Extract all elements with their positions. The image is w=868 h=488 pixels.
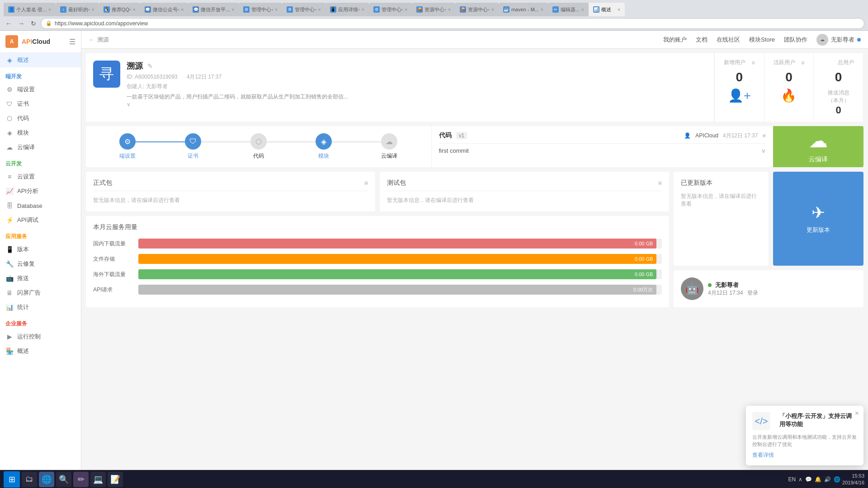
taskbar-notepad[interactable]: 📝 bbox=[108, 472, 123, 487]
sidebar-label-端设置: 端设置 bbox=[17, 85, 35, 94]
sidebar-item-闪屏广告[interactable]: 🖥 闪屏广告 bbox=[0, 286, 81, 300]
nav-account[interactable]: 我的账户 bbox=[663, 36, 687, 44]
total-users-value: 0 bbox=[823, 70, 854, 84]
sidebar-label-版本: 版本 bbox=[17, 245, 29, 253]
browser-tab-5[interactable]: ⚙管理中心◦× bbox=[239, 3, 282, 16]
activity-username: 无影尊者 bbox=[715, 281, 739, 289]
cloud-compile-button[interactable]: ☁ 云编译 bbox=[773, 126, 863, 167]
back-button[interactable]: ← bbox=[4, 19, 14, 28]
nav-store[interactable]: 模块Store bbox=[749, 36, 775, 44]
official-pkg-menu[interactable]: ≡ bbox=[364, 179, 368, 187]
app-store-icon: 🏪 bbox=[5, 347, 14, 355]
sidebar-label-api分析: API分析 bbox=[17, 187, 38, 195]
network-icon[interactable]: 🌐 bbox=[834, 476, 840, 483]
browser-tab-1[interactable]: ♪最好听的◦× bbox=[56, 3, 99, 16]
browser-tab-13[interactable]: 📊概述× bbox=[589, 3, 625, 16]
sidebar-item-模块[interactable]: ◈ 模块 bbox=[0, 126, 81, 140]
update-version-button[interactable]: ✈ 更新版本 bbox=[773, 172, 863, 266]
sidebar-item-api调试[interactable]: ⚡ API调试 bbox=[0, 213, 81, 227]
official-pkg-empty: 暂无版本信息，请在编译后进行查看 bbox=[93, 197, 368, 204]
sidebar-item-云设置[interactable]: ≡ 云设置 bbox=[0, 169, 81, 184]
official-pkg-card: 正式包 ≡ 暂无版本信息，请在编译后进行查看 bbox=[86, 172, 375, 211]
start-button[interactable]: ⊞ bbox=[4, 471, 20, 488]
app-info-card: 寻 溯源 ✎ ID: A6000516319093 4月12日 17:37 bbox=[86, 53, 863, 122]
step-circle-代码: ⬡ bbox=[250, 133, 267, 150]
expand-desc-button[interactable]: ∨ bbox=[127, 101, 131, 108]
expand-tray-icon[interactable]: ∧ bbox=[798, 476, 802, 483]
url-text: https://www.apicloud.com/appoverview bbox=[55, 20, 859, 27]
tabs-container: 👤个人签名·登...×♪最好听的◦×🐧推荐QQ◦×💬微信公众号◦×💬微信开放平.… bbox=[4, 0, 864, 16]
update-icon: ✈ bbox=[811, 203, 825, 222]
test-pkg-empty: 暂无版本信息，请在编译后进行查看 bbox=[387, 197, 662, 204]
sidebar-label-证书: 证书 bbox=[17, 100, 29, 108]
version-updated-empty: 暂无版本信息，请在编译后进行查看 bbox=[681, 192, 761, 208]
sidebar-item-运行控制[interactable]: ▶ 运行控制 bbox=[0, 329, 81, 344]
sidebar-item-云修复[interactable]: 🔧 云修复 bbox=[0, 257, 81, 271]
sidebar-label-统计: 统计 bbox=[17, 303, 29, 311]
update-label: 更新版本 bbox=[807, 226, 830, 234]
sidebar-item-证书[interactable]: 🛡 证书 bbox=[0, 97, 81, 111]
sidebar-item-database[interactable]: 🗄 Database bbox=[0, 198, 81, 213]
taskbar-editor[interactable]: ✏ bbox=[73, 472, 89, 487]
taskbar-code[interactable]: 💻 bbox=[90, 472, 106, 487]
sidebar-item-api分析[interactable]: 📈 API分析 bbox=[0, 184, 81, 198]
code-menu-icon[interactable]: ≡ bbox=[762, 132, 766, 139]
browser-tab-4[interactable]: 💬微信开放平...× bbox=[188, 3, 239, 16]
sidebar-label-云设置: 云设置 bbox=[17, 173, 35, 181]
browser-tab-6[interactable]: ⚙管理中心◦× bbox=[282, 3, 326, 16]
browser-tab-2[interactable]: 🐧推荐QQ◦× bbox=[99, 3, 140, 16]
stat-menu-icon[interactable]: ≡ bbox=[752, 60, 755, 66]
volume-icon[interactable]: 🔊 bbox=[824, 476, 831, 483]
sidebar-item-统计[interactable]: 📊 统计 bbox=[0, 300, 81, 314]
step-label-代码: 代码 bbox=[253, 152, 264, 160]
step-label-云编译: 云编译 bbox=[381, 152, 397, 160]
forward-button[interactable]: → bbox=[16, 19, 26, 28]
expand-commit-icon[interactable]: ∨ bbox=[761, 147, 766, 154]
sidebar-item-app-store[interactable]: 🏪 概述 bbox=[0, 344, 81, 358]
sidebar-item-代码[interactable]: ⬡ 代码 bbox=[0, 111, 81, 126]
refresh-button[interactable]: ↻ bbox=[29, 19, 38, 28]
browser-tab-12[interactable]: ✏编辑器...× bbox=[548, 3, 589, 16]
version-row: 已更新版本 暂无版本信息，请在编译后进行查看 ✈ 更新版本 bbox=[674, 172, 863, 266]
section-title-端开发: 端开发 bbox=[0, 69, 81, 82]
notification-close-button[interactable]: × bbox=[855, 409, 859, 418]
url-bar[interactable]: 🔒 https://www.apicloud.com/appoverview bbox=[41, 18, 864, 29]
sidebar-item-版本[interactable]: 📱 版本 bbox=[0, 242, 81, 257]
sidebar-item-云编译[interactable]: ☁ 云编译 bbox=[0, 140, 81, 155]
stat-total: 总用户 0 推送消息（本月） 0 bbox=[813, 53, 863, 122]
taskbar-browser[interactable]: 🌐 bbox=[39, 472, 54, 487]
browser-tab-0[interactable]: 👤个人签名·登...× bbox=[4, 3, 56, 16]
browser-tab-10[interactable]: 📦资源中心◦× bbox=[455, 3, 499, 16]
test-pkg-menu[interactable]: ≡ bbox=[658, 179, 662, 187]
topnav: ← 溯源 我的账户 文档 在线社区 模块Store 团队协作 ☁ 无影尊者 bbox=[81, 31, 868, 49]
browser-tab-8[interactable]: ⚙管理中心◦× bbox=[369, 3, 412, 16]
browser-tab-3[interactable]: 💬微信公众号◦× bbox=[140, 3, 189, 16]
browser-tab-7[interactable]: 📱应用详情◦× bbox=[326, 3, 369, 16]
hamburger-icon[interactable]: ☰ bbox=[69, 38, 75, 46]
user-menu[interactable]: ☁ 无影尊者 bbox=[816, 34, 861, 46]
nav-teamwork[interactable]: 团队协作 bbox=[784, 36, 807, 44]
cloud-compile-label: 云编译 bbox=[809, 155, 828, 164]
browser-tab-9[interactable]: 📦资源中心◦× bbox=[412, 3, 455, 16]
chat-tray-icon: 💬 bbox=[805, 476, 812, 483]
sidebar-item-推送[interactable]: 📺 推送 bbox=[0, 271, 81, 286]
cloud-settings-icon: ≡ bbox=[5, 173, 14, 181]
systray: EN ∧ 💬 🔔 🔊 🌐 bbox=[788, 476, 840, 483]
bottom-section: 正式包 ≡ 暂无版本信息，请在编译后进行查看 测试包 ≡ 暂无版本信息，请在编译 bbox=[86, 172, 863, 307]
stat-menu-icon2[interactable]: ≡ bbox=[801, 60, 804, 66]
browser-tab-11[interactable]: ☕maven - M...× bbox=[499, 3, 548, 16]
sidebar-item-overview[interactable]: ◈ 概述 bbox=[0, 53, 81, 67]
step-端设置: ⚙ 端设置 bbox=[95, 133, 160, 160]
usage-bar-海外下载流量: 0.00 GB bbox=[138, 269, 656, 279]
notification-link[interactable]: 查看详情 bbox=[752, 451, 857, 459]
gear-icon: ⚙ bbox=[5, 85, 14, 94]
sidebar-item-端设置[interactable]: ⚙ 端设置 bbox=[0, 82, 81, 97]
taskbar-search[interactable]: 🔍 bbox=[56, 472, 71, 487]
taskbar-file-explorer[interactable]: 🗂 bbox=[22, 472, 37, 487]
sidebar-label-模块: 模块 bbox=[17, 129, 29, 137]
app-info-left: 寻 溯源 ✎ ID: A6000516319093 4月12日 17:37 bbox=[86, 53, 714, 122]
sidebar: A APICloud ☰ ◈ 概述 端开发 ⚙ 端设置 🛡 证书 ⬡ 代码 ◈ … bbox=[0, 31, 81, 470]
nav-community[interactable]: 在线社区 bbox=[717, 36, 740, 44]
edit-icon[interactable]: ✎ bbox=[147, 62, 153, 70]
nav-docs[interactable]: 文档 bbox=[696, 36, 708, 44]
